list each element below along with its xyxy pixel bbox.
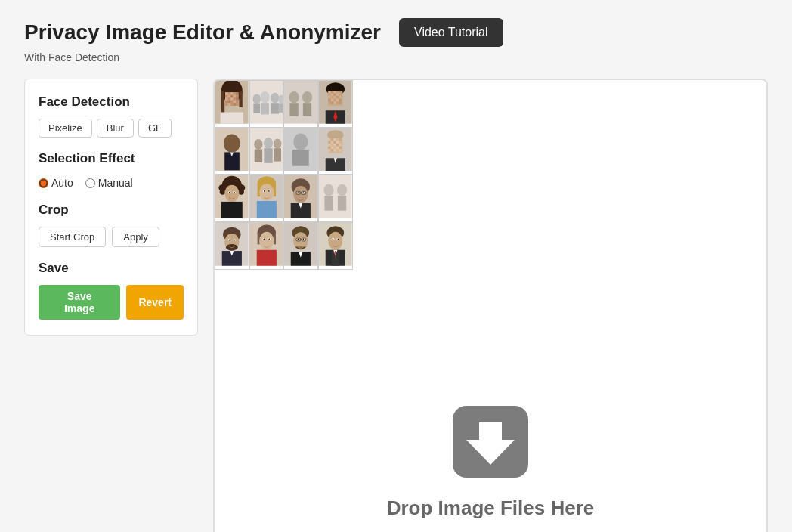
svg-rect-101 <box>339 141 341 143</box>
svg-rect-37 <box>271 103 278 113</box>
save-buttons: Save Image Revert <box>39 285 184 320</box>
face-detection-buttons: Pixelize Blur GF <box>39 119 184 138</box>
crop-buttons: Start Crop Apply <box>39 227 184 247</box>
gf-button[interactable]: GF <box>138 119 172 138</box>
svg-rect-102 <box>328 144 330 146</box>
svg-point-196 <box>337 239 339 240</box>
svg-point-76 <box>224 134 240 152</box>
svg-rect-5 <box>225 92 227 94</box>
svg-rect-88 <box>292 150 309 166</box>
svg-point-80 <box>254 139 262 150</box>
svg-rect-54 <box>331 94 333 96</box>
svg-rect-171 <box>274 233 276 244</box>
svg-rect-85 <box>274 148 281 161</box>
drop-zone[interactable]: Drop Image Files Here <box>213 79 768 532</box>
svg-point-194 <box>332 239 333 240</box>
revert-button[interactable]: Revert <box>126 285 184 320</box>
face-cell-12 <box>318 175 353 222</box>
blur-button[interactable]: Blur <box>97 119 134 138</box>
subtitle: With Face Detection <box>24 51 768 63</box>
svg-rect-81 <box>254 149 261 162</box>
svg-rect-155 <box>324 196 333 211</box>
pixelize-button[interactable]: Pixelize <box>39 119 92 138</box>
svg-rect-22 <box>230 101 233 103</box>
svg-rect-201 <box>453 406 528 478</box>
svg-point-184 <box>303 239 305 240</box>
svg-rect-57 <box>339 94 341 96</box>
svg-rect-48 <box>328 91 330 93</box>
face-cell-8 <box>318 128 353 175</box>
svg-rect-52 <box>339 91 341 93</box>
svg-rect-92 <box>328 138 330 141</box>
face-cell-9 <box>215 175 249 222</box>
video-tutorial-button[interactable]: Video Tutorial <box>399 18 503 47</box>
face-cell-14 <box>249 222 284 270</box>
face-cell-6 <box>249 128 284 175</box>
svg-point-82 <box>264 137 273 148</box>
svg-rect-42 <box>290 103 299 116</box>
face-cell-4 <box>318 80 353 128</box>
image-grid <box>215 80 353 270</box>
svg-rect-24 <box>236 101 238 103</box>
auto-radio-label[interactable]: Auto <box>39 177 73 189</box>
svg-rect-14 <box>236 95 238 97</box>
manual-radio[interactable] <box>85 178 95 188</box>
svg-rect-70 <box>333 101 336 104</box>
svg-rect-26 <box>228 103 230 105</box>
svg-rect-67 <box>339 99 341 101</box>
sidebar: Face Detection Pixelize Blur GF Selectio… <box>24 79 198 336</box>
svg-point-34 <box>260 91 269 104</box>
svg-rect-112 <box>328 149 330 151</box>
svg-rect-17 <box>230 97 233 100</box>
svg-point-172 <box>259 232 274 250</box>
face-cell-10 <box>249 175 284 222</box>
face-cell-7 <box>283 128 318 175</box>
svg-rect-170 <box>257 233 259 244</box>
svg-rect-9 <box>236 92 238 94</box>
svg-rect-98 <box>331 141 333 143</box>
svg-marker-202 <box>466 422 515 465</box>
svg-rect-39 <box>278 104 283 113</box>
svg-rect-108 <box>331 146 333 148</box>
svg-rect-6 <box>228 92 230 94</box>
svg-point-87 <box>293 133 308 150</box>
apply-button[interactable]: Apply <box>112 227 159 247</box>
save-image-button[interactable]: Save Image <box>39 285 120 320</box>
start-crop-button[interactable]: Start Crop <box>39 227 106 247</box>
svg-rect-27 <box>230 103 233 105</box>
svg-rect-59 <box>331 96 333 98</box>
svg-rect-28 <box>234 103 236 105</box>
manual-radio-label[interactable]: Manual <box>85 177 133 189</box>
page-header: Privacy Image Editor & Anonymizer Video … <box>24 18 768 47</box>
svg-rect-105 <box>336 144 339 146</box>
svg-point-165 <box>234 240 235 241</box>
face-cell-16 <box>318 222 353 270</box>
svg-rect-56 <box>336 94 339 96</box>
svg-rect-11 <box>228 95 230 97</box>
svg-rect-66 <box>336 99 339 101</box>
svg-point-156 <box>337 184 347 196</box>
auto-radio[interactable] <box>39 178 48 188</box>
selection-effect-title: Selection Effect <box>39 151 184 166</box>
svg-rect-18 <box>234 97 236 100</box>
svg-rect-58 <box>328 96 330 98</box>
svg-rect-177 <box>256 250 276 266</box>
svg-point-32 <box>252 94 260 104</box>
svg-rect-68 <box>328 101 330 104</box>
crop-title: Crop <box>39 203 184 218</box>
face-cell-11 <box>283 175 318 222</box>
svg-point-36 <box>271 93 279 104</box>
svg-point-129 <box>234 192 235 193</box>
svg-point-139 <box>268 190 270 192</box>
face-cell-1 <box>215 80 249 128</box>
svg-rect-100 <box>336 141 339 143</box>
svg-rect-95 <box>336 138 339 141</box>
svg-rect-33 <box>253 104 260 113</box>
svg-rect-3 <box>239 91 242 107</box>
svg-rect-93 <box>331 138 333 141</box>
svg-rect-110 <box>336 146 339 148</box>
svg-point-176 <box>268 239 270 240</box>
svg-point-147 <box>303 193 305 194</box>
svg-rect-7 <box>230 92 233 94</box>
svg-rect-35 <box>261 103 269 114</box>
